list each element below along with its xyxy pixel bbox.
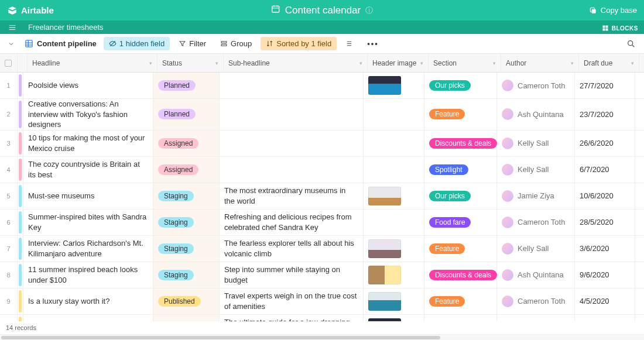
cell-headline[interactable]: Poolside views: [23, 73, 153, 98]
row-number[interactable]: 6: [0, 210, 18, 235]
cell-draft-due[interactable]: 6/7/2020: [575, 157, 635, 183]
sort-button[interactable]: Sorted by 1 field: [261, 37, 337, 50]
row-number[interactable]: 9: [0, 289, 18, 314]
hidden-fields-button[interactable]: 1 hidden field: [104, 37, 170, 50]
select-all[interactable]: [0, 54, 18, 72]
cell-header-image[interactable]: [364, 183, 424, 209]
cell-author[interactable]: Ash Quintana: [497, 262, 575, 288]
cell-draft-due[interactable]: 3/6/2020: [575, 236, 635, 262]
row-number[interactable]: 4: [0, 157, 18, 183]
cell-subheadline[interactable]: The fearless explorer tells all about hi…: [220, 236, 364, 262]
col-header-image[interactable]: Header image▾: [368, 54, 429, 72]
table-row[interactable]: 1Poolside viewsPlannedOur picksCameron T…: [0, 73, 644, 99]
chevron-down-icon[interactable]: ▾: [571, 60, 574, 66]
cell-draft-due[interactable]: 4/5/2020: [575, 289, 635, 314]
cell-draft-due[interactable]: 27/7/2020: [575, 73, 635, 98]
cell-header-image[interactable]: [364, 236, 424, 262]
cell-status[interactable]: Planned: [153, 99, 220, 130]
table-row[interactable]: 6Summer-inspired bites with Sandra KeySt…: [0, 210, 644, 236]
blocks-button[interactable]: BLOCKS: [602, 25, 638, 34]
cell-header-image[interactable]: [364, 289, 424, 314]
row-number[interactable]: 5: [0, 183, 18, 209]
table-row[interactable]: 5Must-see museumsStagingThe most extraor…: [0, 183, 644, 210]
cell-subheadline[interactable]: [220, 99, 364, 130]
cell-headline[interactable]: Is a luxury stay worth it?: [23, 289, 153, 314]
cell-headline[interactable]: 10 tips for making the most of your Mexi…: [23, 130, 153, 156]
cell-status[interactable]: Staging: [153, 210, 220, 235]
cell-author[interactable]: Cameron Toth: [497, 73, 575, 98]
table-row[interactable]: 7Interview: Carlos Richardson's Mt. Kili…: [0, 236, 644, 262]
search-button[interactable]: [623, 39, 639, 49]
row-number[interactable]: 8: [0, 262, 18, 288]
table-row[interactable]: 2Creative conversations: An interview wi…: [0, 99, 644, 130]
table-row[interactable]: 811 summer inspired beach looks under $1…: [0, 262, 644, 289]
cell-status[interactable]: Staging: [153, 183, 220, 209]
cell-subheadline[interactable]: Step into summer while staying on budget: [220, 262, 364, 288]
base-title[interactable]: Content calendar ⓘ: [271, 4, 373, 16]
copy-base-button[interactable]: Copy base: [589, 6, 637, 15]
row-height-button[interactable]: [340, 37, 358, 50]
cell-headline[interactable]: Diggin' the Maldives: [23, 315, 153, 321]
chevron-down-icon[interactable]: ▾: [215, 60, 218, 66]
cell-section[interactable]: Spotlight: [424, 315, 497, 321]
cell-header-image[interactable]: [364, 73, 424, 98]
row-number[interactable]: 7: [0, 236, 18, 262]
chevron-down-icon[interactable]: ▾: [420, 60, 423, 66]
cell-status[interactable]: Staging: [153, 262, 220, 288]
cell-subheadline[interactable]: The ultimate guide for a jaw-dropping jo…: [220, 315, 364, 321]
cell-headline[interactable]: Creative conversations: An interview wit…: [23, 99, 153, 130]
cell-draft-due[interactable]: 26/6/2020: [575, 130, 635, 156]
filter-button[interactable]: Filter: [173, 37, 211, 50]
cell-subheadline[interactable]: [220, 157, 364, 183]
cell-section[interactable]: Feature: [424, 236, 497, 262]
logo[interactable]: Airtable: [7, 5, 54, 16]
cell-header-image[interactable]: [364, 99, 424, 130]
cell-section[interactable]: Discounts & deals: [424, 262, 497, 288]
cell-draft-due[interactable]: 23/7/2020: [575, 99, 635, 130]
row-number[interactable]: 2: [0, 99, 18, 130]
cell-draft-due[interactable]: 10/6/2020: [575, 183, 635, 209]
scrollbar-thumb[interactable]: [1, 336, 440, 339]
cell-header-image[interactable]: [364, 315, 424, 321]
cell-subheadline[interactable]: Travel experts weigh in on the true cost…: [220, 289, 364, 314]
cell-draft-due[interactable]: 20/5/2020: [575, 315, 635, 321]
row-number[interactable]: 10: [0, 315, 18, 321]
chevron-down-icon[interactable]: ▾: [149, 60, 152, 66]
horizontal-scrollbar[interactable]: [0, 334, 644, 340]
cell-headline[interactable]: 11 summer inspired beach looks under $10…: [23, 262, 153, 288]
cell-headline[interactable]: Must-see museums: [23, 183, 153, 209]
cell-subheadline[interactable]: [220, 130, 364, 156]
more-options-button[interactable]: •••: [362, 37, 384, 50]
cell-author[interactable]: Jamie Ziya: [497, 183, 575, 209]
table-row[interactable]: 10Diggin' the MaldivesPublishedThe ultim…: [0, 315, 644, 321]
col-subheadline[interactable]: Sub-headline▾: [224, 54, 368, 72]
col-section[interactable]: Section▾: [429, 54, 501, 72]
cell-status[interactable]: Published: [153, 289, 220, 314]
cell-author[interactable]: Kelly Sall: [497, 157, 575, 183]
table-row[interactable]: 310 tips for making the most of your Mex…: [0, 130, 644, 157]
info-icon[interactable]: ⓘ: [365, 5, 373, 16]
cell-section[interactable]: Our picks: [424, 73, 497, 98]
row-number[interactable]: 1: [0, 73, 18, 98]
cell-author[interactable]: Cameron Toth: [497, 289, 575, 314]
cell-status[interactable]: Staging: [153, 236, 220, 262]
cell-subheadline[interactable]: [220, 73, 364, 98]
table-menu-button[interactable]: [5, 20, 20, 34]
cell-status[interactable]: Planned: [153, 73, 220, 98]
cell-draft-due[interactable]: 9/6/2020: [575, 262, 635, 288]
table-row[interactable]: 9Is a luxury stay worth it?PublishedTrav…: [0, 289, 644, 315]
cell-author[interactable]: Kelly Sall: [497, 236, 575, 262]
cell-author[interactable]: Kelly Sall: [497, 130, 575, 156]
views-menu-button[interactable]: [5, 40, 18, 47]
cell-section[interactable]: Spotlight: [424, 157, 497, 183]
col-status[interactable]: Status▾: [157, 54, 224, 72]
col-draft-due[interactable]: Draft due▾: [579, 54, 639, 72]
cell-author[interactable]: Ash Quintana: [497, 99, 575, 130]
group-button[interactable]: Group: [215, 37, 257, 50]
cell-author[interactable]: Ash Quintana: [497, 315, 575, 321]
chevron-down-icon[interactable]: ▾: [631, 60, 634, 66]
cell-headline[interactable]: Interview: Carlos Richardson's Mt. Kilim…: [23, 236, 153, 262]
cell-header-image[interactable]: [364, 157, 424, 183]
cell-subheadline[interactable]: The most extraordinary museums in the wo…: [220, 183, 364, 209]
cell-section[interactable]: Discounts & deals: [424, 130, 497, 156]
